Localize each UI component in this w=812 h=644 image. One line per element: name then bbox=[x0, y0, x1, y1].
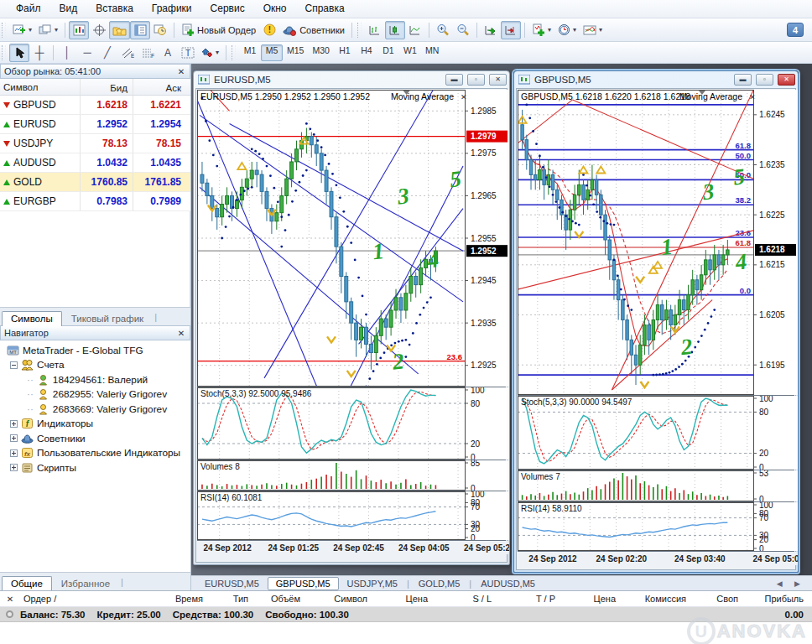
navigator-close-icon[interactable]: ✕ bbox=[176, 329, 186, 338]
balance-row[interactable]: Баланс: 75.30 Кредит: 25.00 Средства: 10… bbox=[0, 607, 812, 622]
channel-tool-button[interactable]: E bbox=[117, 44, 138, 62]
toolbar-grip[interactable] bbox=[2, 23, 6, 38]
gbpusd-minimize-button[interactable]: ▬ bbox=[734, 74, 752, 86]
menu-item-Вид[interactable]: Вид bbox=[50, 0, 87, 18]
toolbar-grip[interactable] bbox=[357, 23, 362, 38]
comment-count-badge[interactable]: 4 bbox=[787, 23, 804, 37]
text-tool-button[interactable]: A bbox=[158, 44, 178, 62]
timeframe-M30[interactable]: M30 bbox=[308, 44, 333, 61]
text-label-tool-button[interactable]: T bbox=[178, 44, 198, 62]
market-watch-row-AUDUSD[interactable]: AUDUSD1.04321.0435 bbox=[0, 153, 190, 173]
expand-plus-icon[interactable] bbox=[10, 420, 18, 428]
vertical-line-tool-button[interactable]: │ bbox=[57, 44, 77, 62]
tree-item-Скрипты[interactable]: Скрипты bbox=[2, 460, 190, 475]
experts-alert-button[interactable]: ! bbox=[259, 21, 279, 39]
rsi-pane-svg[interactable]: RSI(14) 60.1081100807030200 bbox=[197, 491, 509, 540]
menu-item-Сервис[interactable]: Сервис bbox=[201, 0, 254, 18]
price-pane-svg[interactable]: 61.850.050.038.223.661.80.012345GBPUSD,M… bbox=[518, 90, 798, 395]
cursor-tool-button[interactable] bbox=[9, 44, 29, 62]
market-watch-row-GOLD[interactable]: GOLD1760.851761.85 bbox=[0, 173, 190, 192]
terminal-column-Прибыль[interactable]: Прибыль bbox=[743, 594, 812, 604]
eurusd-chart-body[interactable]: 23.612345EURUSD,M5 1.2950 1.2952 1.2950 … bbox=[195, 88, 508, 563]
gbpusd-close-button[interactable]: ✕ bbox=[778, 74, 795, 86]
new-chart-button[interactable]: ▾ bbox=[9, 21, 35, 39]
rsi-pane-svg[interactable]: RSI(14) 58.9110100807030200 bbox=[518, 502, 798, 551]
gbpusd-window-titlebar[interactable]: GBPUSD,M5 ▬ ▫ ✕ bbox=[514, 71, 798, 88]
indicators-list-button[interactable]: ▾ bbox=[528, 21, 554, 39]
zoom-in-button[interactable] bbox=[433, 21, 453, 39]
tree-item-Счета[interactable]: Счета bbox=[2, 358, 190, 373]
data-window-button[interactable] bbox=[89, 21, 109, 39]
gbpusd-restore-button[interactable]: ▫ bbox=[756, 74, 773, 86]
terminal-column-Объм[interactable]: Объём bbox=[253, 594, 305, 604]
tree-item-Советники[interactable]: Советники bbox=[2, 431, 190, 446]
menu-item-Вставка[interactable]: Вставка bbox=[86, 0, 143, 18]
profiles-button[interactable]: ▾ bbox=[35, 21, 61, 39]
terminal-column-Своп[interactable]: Своп bbox=[691, 594, 743, 604]
time-axis-svg[interactable]: 24 Sep 201224 Sep 02:2024 Sep 03:4024 Se… bbox=[518, 552, 798, 565]
line-chart-button[interactable] bbox=[405, 21, 425, 39]
column-symbol[interactable]: Символ bbox=[0, 79, 81, 95]
candlestick-chart-button[interactable] bbox=[385, 21, 405, 39]
menu-item-Файл[interactable]: Файл bbox=[7, 0, 50, 18]
timeframe-W1[interactable]: W1 bbox=[399, 44, 421, 61]
tab-Символы[interactable]: Символы bbox=[2, 311, 62, 326]
terminal-column-Тип[interactable]: Тип bbox=[208, 594, 253, 604]
toolbar-grip[interactable] bbox=[2, 45, 6, 60]
terminal-column-TP[interactable]: T / P bbox=[497, 594, 560, 604]
chart-tab-USDJPY,M5[interactable]: USDJPY,M5 bbox=[339, 577, 406, 590]
collapse-minus-icon[interactable] bbox=[10, 361, 18, 369]
chart-window-eurusd[interactable]: EURUSD,M5 ▬ ▫ ✕ 23.612345EURUSD,M5 1.295… bbox=[193, 70, 510, 565]
price-pane-svg[interactable]: 23.612345EURUSD,M5 1.2950 1.2952 1.2950 … bbox=[197, 90, 509, 387]
expand-plus-icon[interactable] bbox=[10, 434, 18, 442]
tree-item-Индикаторы[interactable]: fИндикаторы bbox=[2, 417, 190, 432]
indicator-close-icon[interactable]: ✕ bbox=[461, 93, 467, 101]
timeframe-M15[interactable]: M15 bbox=[283, 44, 308, 61]
horizontal-line-tool-button[interactable]: ─ bbox=[77, 44, 97, 62]
chart-tab-GOLD,M5[interactable]: GOLD,M5 bbox=[410, 577, 469, 590]
timeframe-D1[interactable]: D1 bbox=[377, 44, 399, 61]
terminal-column-Символ[interactable]: Символ bbox=[305, 594, 372, 604]
eurusd-restore-button[interactable]: ▫ bbox=[467, 74, 485, 86]
tree-item-2682955-Valeriy-Grigorev[interactable]: ·· 2682955: Valeriy Grigorev bbox=[2, 387, 190, 402]
timeframe-M1[interactable]: M1 bbox=[239, 44, 261, 61]
chart-tabs-scroll-arrows[interactable]: ◀ ▶ bbox=[777, 579, 812, 588]
stochastic-pane-svg[interactable]: Stoch(5,3,3) 92.5000 95.948610080200 bbox=[197, 387, 509, 460]
timeframe-M5[interactable]: M5 bbox=[261, 44, 283, 61]
tab-Тиковый график[interactable]: Тиковый график bbox=[62, 311, 153, 326]
column-bid[interactable]: Бид bbox=[81, 79, 133, 95]
navigator-toggle-button[interactable] bbox=[130, 21, 150, 39]
market-watch-close-icon[interactable]: ✕ bbox=[176, 67, 186, 76]
timeframe-H4[interactable]: H4 bbox=[356, 44, 377, 61]
arrows-tool-button[interactable]: ▾ bbox=[198, 44, 222, 62]
templates-button[interactable]: ▾ bbox=[580, 21, 606, 39]
gbpusd-chart-body[interactable]: 61.850.050.038.223.661.80.012345GBPUSD,M… bbox=[516, 88, 796, 570]
terminal-column-Цена[interactable]: Цена bbox=[560, 594, 621, 604]
tree-item-MetaTrader-E-Global-TFG[interactable]: MTMetaTrader - E-Global TFG bbox=[2, 343, 190, 358]
terminal-close-icon[interactable]: ✕ bbox=[0, 595, 20, 604]
menu-item-Окно[interactable]: Окно bbox=[254, 0, 296, 18]
market-watch-row-EURUSD[interactable]: EURUSD1.29521.2954 bbox=[0, 115, 190, 134]
tree-item-184294561-Валерий[interactable]: ·· 184294561: Валерий bbox=[2, 372, 190, 387]
eurusd-close-button[interactable]: ✕ bbox=[489, 74, 507, 86]
stochastic-pane-svg[interactable]: Stoch(5,3,3) 90.0000 94.549710080200 bbox=[518, 396, 798, 470]
terminal-column-Комиссия[interactable]: Комиссия bbox=[621, 594, 691, 604]
toolbar-grip[interactable] bbox=[232, 45, 236, 60]
time-axis-svg[interactable]: 24 Sep 201224 Sep 01:2524 Sep 02:4524 Se… bbox=[197, 541, 509, 554]
expert-advisors-button[interactable]: Советники bbox=[279, 21, 348, 39]
terminal-column-Ордер[interactable]: Ордер / bbox=[20, 594, 121, 604]
crosshair-tool-button[interactable]: ┼ bbox=[29, 44, 49, 62]
tree-item-2683669-Valeriy-Grigorev[interactable]: ·· 2683669: Valeriy Grigorev bbox=[2, 402, 190, 417]
tree-item-Пользовательские-Индикаторы[interactable]: fxПользовательские Индикаторы bbox=[2, 446, 190, 461]
market-watch-row-USDJPY[interactable]: USDJPY78.1378.15 bbox=[0, 134, 190, 153]
zoom-out-button[interactable] bbox=[453, 21, 473, 39]
new-order-button[interactable]: Новый Ордер bbox=[178, 21, 259, 39]
strategy-tester-button[interactable] bbox=[150, 21, 170, 39]
expand-plus-icon[interactable] bbox=[10, 464, 18, 471]
market-watch-row-EURGBP[interactable]: EURGBP0.79830.7989 bbox=[0, 192, 190, 211]
tab-Избранное[interactable]: Избранное bbox=[52, 576, 119, 591]
periods-button[interactable]: ▾ bbox=[554, 21, 580, 39]
favorites-button[interactable] bbox=[109, 21, 130, 39]
chart-tab-EURUSD,M5[interactable]: EURUSD,M5 bbox=[196, 577, 268, 590]
chart-tab-GBPUSD,M5[interactable]: GBPUSD,M5 bbox=[268, 577, 339, 590]
